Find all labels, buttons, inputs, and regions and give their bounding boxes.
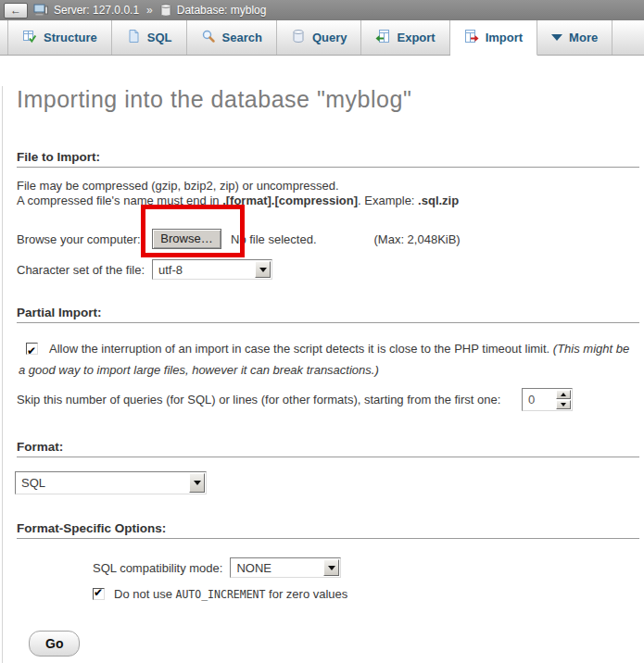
auto-increment-checkbox[interactable] <box>93 588 105 600</box>
charset-select-value: utf-8 <box>153 263 254 277</box>
line2-example: .sql.zip <box>418 194 459 207</box>
main-content: Importing into the database "myblog" Fil… <box>2 86 644 663</box>
sql-icon <box>126 29 141 46</box>
tab-sql[interactable]: SQL <box>112 20 187 55</box>
tab-label: Import <box>486 31 523 44</box>
back-button[interactable]: ← <box>4 3 28 19</box>
dropdown-arrow-icon[interactable] <box>189 473 205 493</box>
section-heading-format: Format: <box>17 440 639 457</box>
tab-label: Search <box>222 31 262 44</box>
tab-label: SQL <box>147 31 172 44</box>
database-icon <box>160 4 171 17</box>
chevron-down-icon <box>551 34 562 41</box>
structure-icon <box>22 29 37 46</box>
allow-interruption-checkbox[interactable] <box>26 343 38 355</box>
compression-line2: A compressed file's name must end in .[f… <box>17 194 639 208</box>
sql-compatibility-row: SQL compatibility mode: NONE <box>93 557 639 578</box>
breadcrumb-server[interactable]: Server: 127.0.0.1 <box>54 4 139 17</box>
page-title: Importing into the database "myblog" <box>17 86 639 113</box>
tab-more[interactable]: More <box>537 20 612 55</box>
format-select[interactable]: SQL <box>15 471 207 494</box>
allow-interruption-label: Allow the interruption of an import in c… <box>49 342 553 356</box>
format-row: SQL <box>15 471 639 494</box>
dropdown-arrow-icon[interactable] <box>255 261 271 278</box>
server-icon <box>33 4 48 17</box>
auto-increment-label-suffix: for zero values <box>265 587 347 601</box>
charset-select[interactable]: utf-8 <box>152 259 272 280</box>
line2-format-pattern: .[format].[compression] <box>222 194 358 207</box>
breadcrumb-separator: » <box>146 4 153 17</box>
format-select-value: SQL <box>16 476 188 490</box>
query-icon <box>291 29 306 46</box>
spinner-up-button[interactable] <box>556 390 571 399</box>
import-icon <box>464 29 479 46</box>
browse-label: Browse your computer: <box>17 232 152 246</box>
skip-queries-value: 0 <box>523 393 556 407</box>
tab-export[interactable]: Export <box>361 20 449 55</box>
auto-increment-row: Do not use AUTO_INCREMENT for zero value… <box>93 587 639 601</box>
sql-compatibility-label: SQL compatibility mode: <box>93 561 222 575</box>
section-heading-file-to-import: File to Import: <box>17 150 639 168</box>
browse-row: Browse your computer: Browse… No file se… <box>17 229 639 249</box>
compression-line1: File may be compressed (gzip, bzip2, zip… <box>17 179 639 194</box>
dropdown-arrow-icon[interactable] <box>323 559 339 576</box>
tab-structure[interactable]: Structure <box>7 20 112 55</box>
export-icon <box>375 29 390 46</box>
breadcrumb-database[interactable]: Database: myblog <box>177 4 267 17</box>
tab-label: Query <box>312 31 347 44</box>
go-button[interactable]: Go <box>29 631 80 657</box>
tab-bar: Structure SQL Search <box>0 20 644 56</box>
spinner-down-button[interactable] <box>556 400 571 409</box>
tab-query[interactable]: Query <box>277 20 362 55</box>
tab-label: Export <box>397 31 435 44</box>
skip-queries-input[interactable]: 0 <box>522 388 573 411</box>
skip-queries-row: Skip this number of queries (for SQL) or… <box>17 388 639 411</box>
section-heading-partial-import: Partial Import: <box>17 306 639 323</box>
skip-queries-label: Skip this number of queries (for SQL) or… <box>17 393 522 407</box>
sql-compatibility-value: NONE <box>231 561 322 575</box>
search-icon <box>201 29 216 46</box>
charset-row: Character set of the file: utf-8 <box>17 259 639 280</box>
browse-button[interactable]: Browse… <box>152 229 221 249</box>
breadcrumb: ← Server: 127.0.0.1 » Database: myblog <box>0 0 644 20</box>
no-file-selected-text: No file selected. <box>231 232 317 246</box>
line2-mid: . Example: <box>358 194 418 207</box>
tab-import[interactable]: Import <box>450 20 537 56</box>
max-size-text: (Max: 2,048KiB) <box>374 232 461 246</box>
compression-info: File may be compressed (gzip, bzip2, zip… <box>17 179 639 208</box>
allow-interruption-row: Allow the interruption of an import in c… <box>17 338 639 381</box>
line2-prefix: A compressed file's name must end in <box>17 194 222 207</box>
auto-increment-code: AUTO_INCREMENT <box>176 588 266 601</box>
tab-label: Structure <box>44 31 97 44</box>
section-heading-format-specific: Format-Specific Options: <box>17 521 639 539</box>
tab-label: More <box>569 31 598 44</box>
tab-search[interactable]: Search <box>187 20 277 55</box>
auto-increment-label-prefix: Do not use <box>114 587 176 601</box>
charset-label: Character set of the file: <box>17 263 152 277</box>
spinner <box>556 390 571 409</box>
phpmyadmin-import-page: ← Server: 127.0.0.1 » Database: myblog <box>0 0 644 663</box>
sql-compatibility-select[interactable]: NONE <box>230 557 341 578</box>
